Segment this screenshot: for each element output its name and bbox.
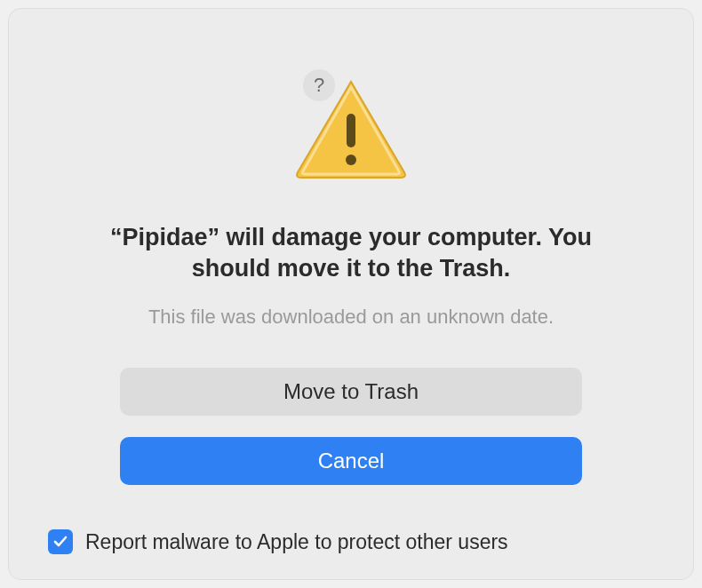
cancel-button[interactable]: Cancel bbox=[120, 437, 582, 485]
button-group: Move to Trash Cancel bbox=[120, 368, 582, 485]
svg-point-1 bbox=[346, 155, 356, 165]
report-malware-label: Report malware to Apple to protect other… bbox=[85, 530, 508, 554]
report-malware-checkbox[interactable] bbox=[48, 529, 73, 554]
svg-rect-0 bbox=[347, 114, 355, 147]
checkmark-icon bbox=[52, 534, 68, 550]
move-to-trash-button[interactable]: Move to Trash bbox=[120, 368, 582, 416]
dialog-subtext: This file was downloaded on an unknown d… bbox=[148, 306, 554, 329]
report-malware-row: Report malware to Apple to protect other… bbox=[48, 529, 508, 554]
dialog-heading: “Pipidae” will damage your computer. You… bbox=[44, 222, 658, 284]
warning-dialog: ? “Pipidae” will damage your computer. Y… bbox=[9, 9, 693, 579]
warning-icon bbox=[293, 76, 409, 187]
